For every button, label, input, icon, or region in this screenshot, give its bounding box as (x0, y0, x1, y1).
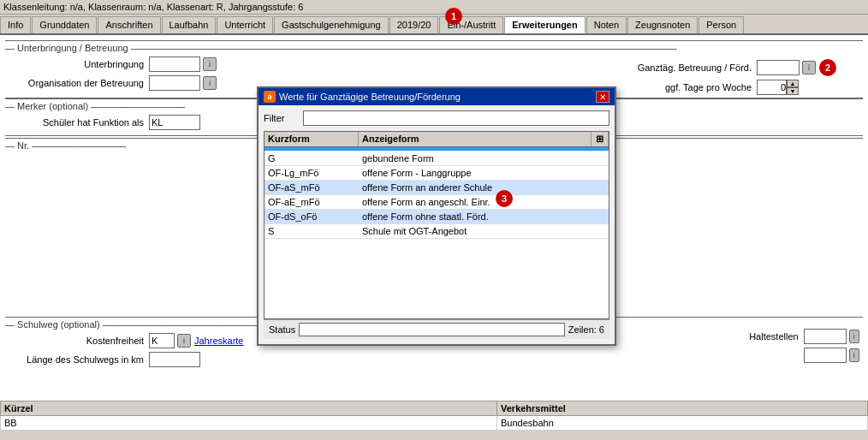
tab-unterricht[interactable]: Unterricht (217, 16, 273, 33)
th-sort-icon[interactable]: ⊞ (592, 132, 609, 146)
td-anzeigeform: offene Form an anderer Schule (359, 181, 609, 194)
td-kurzform: G (265, 152, 359, 165)
td-kurzform: OF-aS_mFö (265, 181, 359, 194)
status-label: Status (269, 324, 295, 335)
dialog-title: Werte für Ganztägige Betreuung/Förderung (279, 92, 461, 102)
td-anzeigeform: offene Form - Langgruppe (359, 166, 609, 180)
table-row[interactable]: OF-dS_oFö offene Form ohne staatl. Förd. (265, 210, 609, 224)
dialog-body: Filter Kurzform Anzeigeform ⊞ (259, 105, 615, 344)
tab-laufbahn[interactable]: Laufbahn (162, 16, 217, 33)
td-kurzform: OF-dS_oFö (265, 210, 359, 223)
badge-3: 3 (496, 190, 513, 207)
td-kurzform: OF-aE_mFö (265, 195, 359, 209)
top-bar: Klassenleitung: n/a, Klassenraum: n/a, K… (0, 0, 868, 15)
tab-erweiterungen[interactable]: Erweiterungen (504, 16, 585, 33)
filter-row: Filter (264, 110, 609, 126)
dialog-app-icon: a (264, 91, 276, 103)
td-anzeigeform: Schule mit OGT-Angebot (359, 224, 609, 238)
dialog-statusbar: Status Zeilen: 6 (264, 319, 609, 339)
table-row[interactable]: OF-aE_mFö offene Form an angeschl. Einr. (265, 195, 609, 210)
zeilen-label: Zeilen: 6 (568, 324, 604, 335)
tab-person[interactable]: Person (699, 16, 744, 33)
status-input[interactable] (299, 323, 565, 336)
tab-zeugnsnoten[interactable]: Zeugnsnoten (627, 16, 698, 33)
tab-anschriften[interactable]: Anschriften (98, 16, 160, 33)
td-kurzform: OF-Lg_mFö (265, 166, 359, 180)
table-row[interactable]: G gebundene Form 3 (265, 152, 609, 166)
tab-noten[interactable]: Noten (586, 16, 627, 33)
table-scroll[interactable]: G gebundene Form 3 OF-Lg_mFö offene Form… (265, 147, 609, 318)
main-content: — Unterbringung / Betreuung ————————————… (0, 35, 868, 431)
dialog: a Werte für Ganztägige Betreuung/Förderu… (257, 86, 616, 346)
tab-gastschul[interactable]: Gastschulgenehmigung (274, 16, 389, 33)
tab-2019[interactable]: 2019/20 (389, 16, 439, 33)
td-kurzform: S (265, 224, 359, 238)
td-anzeigeform: offene Form ohne staatl. Förd. (359, 210, 609, 223)
th-kurzform: Kurzform (265, 132, 359, 146)
filter-input[interactable] (303, 110, 609, 126)
tabs-row: Info Grunddaten Anschriften Laufbahn Unt… (0, 15, 868, 35)
filter-label: Filter (264, 113, 298, 123)
dialog-titlebar: a Werte für Ganztägige Betreuung/Förderu… (259, 88, 615, 105)
dialog-close-button[interactable]: ✕ (596, 91, 609, 103)
table-container: Kurzform Anzeigeform ⊞ G gebundene Form (264, 131, 609, 319)
dialog-title-left: a Werte für Ganztägige Betreuung/Förderu… (264, 91, 461, 103)
table-row[interactable]: OF-Lg_mFö offene Form - Langgruppe (265, 166, 609, 181)
td-anzeigeform: gebundene Form 3 (359, 152, 609, 165)
th-anzeigeform: Anzeigeform (359, 132, 592, 146)
td-anzeigeform (359, 147, 609, 151)
dialog-overlay: a Werte für Ganztägige Betreuung/Förderu… (0, 35, 868, 431)
td-anzeigeform: offene Form an angeschl. Einr. (359, 195, 609, 209)
tab-grunddaten[interactable]: Grunddaten (32, 16, 97, 33)
table-row[interactable]: S Schule mit OGT-Angebot (265, 224, 609, 239)
klassenleitung-label: Klassenleitung: n/a, Klassenraum: n/a, K… (3, 2, 303, 12)
td-kurzform (265, 147, 359, 151)
badge-1: 1 (445, 8, 462, 25)
tab-info[interactable]: Info (0, 16, 31, 33)
table-header: Kurzform Anzeigeform ⊞ (265, 132, 609, 147)
table-row[interactable]: OF-aS_mFö offene Form an anderer Schule (265, 181, 609, 195)
